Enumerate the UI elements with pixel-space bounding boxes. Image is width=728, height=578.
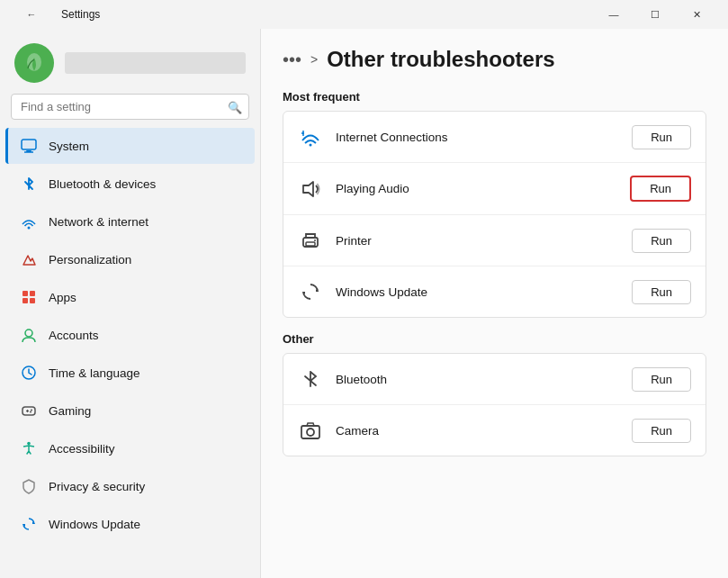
bluetooth-name: Bluetooth (336, 373, 619, 386)
svg-rect-7 (22, 298, 28, 303)
search-icon: 🔍 (228, 100, 242, 113)
svg-rect-1 (22, 140, 36, 149)
apps-icon (20, 288, 38, 306)
titlebar: ← Settings — ☐ ✕ (0, 0, 728, 29)
svg-point-9 (25, 330, 32, 337)
search-input[interactable] (11, 94, 249, 120)
system-icon (20, 137, 38, 155)
sidebar-item-gaming[interactable]: Gaming (5, 393, 255, 429)
printer-name: Printer (336, 234, 619, 248)
sidebar-item-label: Windows Update (49, 518, 140, 531)
svg-point-29 (307, 429, 314, 436)
camera-icon (298, 418, 323, 443)
svg-rect-8 (30, 298, 35, 303)
sidebar-item-apps[interactable]: Apps (5, 279, 255, 315)
winupdate-name: Windows Update (336, 285, 619, 299)
sidebar-item-network[interactable]: Network & internet (5, 203, 255, 239)
app-title: Settings (61, 8, 100, 21)
run-bluetooth-button[interactable]: Run (632, 367, 691, 392)
run-camera-button[interactable]: Run (632, 419, 691, 443)
troubleshooter-bluetooth: Bluetooth Run (283, 354, 706, 405)
svg-point-16 (27, 442, 31, 446)
sidebar-item-personalization[interactable]: Personalization (5, 241, 255, 277)
section-label-other: Other (261, 325, 728, 353)
update-icon (20, 515, 38, 533)
sidebar-item-label: Privacy & security (49, 480, 145, 493)
troubleshooter-camera: Camera Run (283, 405, 706, 456)
bluetooth-icon (20, 175, 38, 193)
sidebar-item-label: Bluetooth & devices (49, 177, 156, 191)
accessibility-icon (20, 439, 38, 457)
sidebar-item-time[interactable]: Time & language (5, 355, 255, 391)
sidebar-item-label: Accessibility (49, 442, 115, 456)
breadcrumb-dots[interactable]: ••• (283, 50, 301, 70)
troubleshooter-internet: Internet Connections Run (283, 112, 706, 163)
svg-rect-5 (22, 291, 28, 296)
sidebar-item-label: Personalization (49, 253, 131, 266)
titlebar-left: ← Settings (11, 0, 100, 29)
section-other: Other Bluetooth Run Camera Run (261, 325, 728, 456)
personalization-icon (20, 250, 38, 268)
section-most-frequent: Most frequent Internet Connections Run P… (261, 83, 728, 318)
svg-rect-6 (30, 291, 35, 296)
maximize-button[interactable]: ☐ (634, 0, 676, 29)
sidebar-item-bluetooth[interactable]: Bluetooth & devices (5, 166, 255, 202)
back-icon: ← (27, 9, 37, 20)
sidebar-item-privacy[interactable]: Privacy & security (5, 468, 255, 504)
avatar (14, 43, 54, 83)
camera-name: Camera (336, 424, 619, 438)
minimize-button[interactable]: — (593, 0, 634, 29)
audio-name: Playing Audio (336, 182, 617, 195)
privacy-icon (20, 477, 38, 495)
page-title: Other troubleshooters (327, 47, 554, 72)
sidebar-item-accounts[interactable]: Accounts (5, 317, 255, 353)
bt-icon (298, 366, 323, 392)
svg-point-25 (314, 239, 316, 241)
internet-icon (298, 124, 323, 149)
svg-point-4 (28, 227, 31, 230)
svg-point-19 (310, 144, 312, 147)
sidebar-item-update[interactable]: Windows Update (5, 506, 255, 542)
back-button[interactable]: ← (11, 0, 52, 29)
sidebar-item-label: Gaming (49, 404, 91, 418)
run-printer-button[interactable]: Run (632, 229, 691, 253)
section-label-frequent: Most frequent (261, 83, 728, 111)
svg-point-14 (31, 410, 32, 411)
main-content: ••• > Other troubleshooters Most frequen… (261, 29, 728, 578)
breadcrumb-arrow: > (310, 52, 318, 67)
network-icon (20, 212, 38, 230)
app-body: 🔍 System Bluetooth & devices Network & i… (0, 29, 728, 578)
sidebar-item-system[interactable]: System (5, 128, 255, 164)
sidebar-item-label: Accounts (49, 329, 99, 342)
sidebar-item-label: System (49, 140, 89, 153)
internet-name: Internet Connections (336, 131, 619, 144)
sidebar: 🔍 System Bluetooth & devices Network & i… (0, 29, 261, 578)
audio-icon (298, 176, 323, 202)
svg-rect-24 (306, 242, 315, 246)
search-container: 🔍 (11, 94, 249, 120)
troubleshooter-audio: Playing Audio Run (283, 163, 706, 215)
troubleshooter-winupdate: Windows Update Run (283, 266, 706, 317)
sidebar-item-accessibility[interactable]: Accessibility (5, 430, 255, 466)
run-internet-button[interactable]: Run (632, 125, 691, 149)
svg-point-15 (30, 411, 31, 413)
winupdate-icon (298, 279, 323, 304)
sidebar-item-label: Time & language (49, 366, 140, 380)
profile-section (0, 29, 260, 94)
close-button[interactable]: ✕ (676, 0, 717, 29)
gaming-icon (20, 402, 38, 420)
run-audio-button[interactable]: Run (630, 176, 691, 202)
svg-marker-22 (303, 182, 313, 196)
sidebar-item-label: Apps (49, 291, 76, 304)
time-icon (20, 364, 38, 382)
troubleshooter-printer: Printer Run (283, 215, 706, 266)
accounts-icon (20, 326, 38, 344)
other-card-group: Bluetooth Run Camera Run (283, 353, 706, 456)
run-winupdate-button[interactable]: Run (632, 280, 691, 304)
frequent-card-group: Internet Connections Run Playing Audio R… (283, 111, 706, 318)
sidebar-item-label: Network & internet (49, 215, 148, 229)
page-header: ••• > Other troubleshooters (261, 29, 728, 83)
profile-name (65, 52, 246, 74)
window-controls: — ☐ ✕ (593, 0, 717, 29)
printer-icon (298, 228, 323, 253)
